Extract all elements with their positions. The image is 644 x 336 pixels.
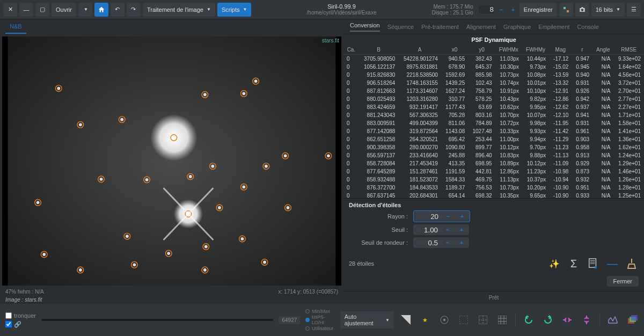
table-row[interactable]: 0867.637145202.684301654.14698.3210.35px… (343, 192, 644, 198)
tab-empilement[interactable]: Empilement (538, 24, 569, 30)
detect-stars-icon[interactable]: ✨ (547, 257, 561, 271)
open-dropdown[interactable]: ▼ (78, 3, 92, 17)
mode-minmax[interactable]: Min/Max (305, 309, 335, 314)
rayon-plus-icon[interactable]: + (458, 212, 466, 221)
rotate-left-icon[interactable] (522, 313, 535, 326)
tab-console[interactable]: Console (577, 24, 598, 30)
scripts-menu[interactable]: Scripts▼ (217, 3, 252, 17)
rond-plus-icon[interactable]: + (457, 238, 466, 247)
right-tabs: ConversionSéquencePré-traitementAligneme… (343, 19, 644, 34)
negate-icon[interactable] (399, 313, 412, 326)
svg-point-59 (167, 252, 170, 255)
tab-graphique[interactable]: Graphique (503, 24, 531, 30)
table-row[interactable]: 0858.728084217.453419413.35698.9510.89px… (343, 159, 644, 167)
svg-point-55 (218, 206, 221, 209)
layers-icon[interactable] (626, 313, 639, 326)
home-button[interactable] (94, 3, 108, 17)
image-viewer[interactable]: stars.fit (2, 36, 341, 286)
table-row[interactable]: 0856.597137233.416640245.88896.4010.83px… (343, 151, 644, 159)
link-checkbox[interactable]: 🔗 (5, 321, 36, 328)
redo-button[interactable]: ↷ (127, 3, 141, 17)
tronquer-checkbox[interactable]: tronquer (5, 312, 36, 319)
col-header[interactable]: Ca. (343, 45, 359, 55)
image-processing-menu[interactable]: Traitement de l'image▼ (143, 3, 215, 17)
save-button[interactable]: Enregistrer (519, 3, 557, 17)
rond-minus-icon[interactable]: − (443, 238, 452, 247)
tab-pré-traitement[interactable]: Pré-traitement (421, 24, 459, 30)
table-row[interactable]: 0883.424659932.1914171177.4363.6910.62px… (343, 103, 644, 111)
table-row[interactable]: 0880.0254931203.316280310.77578.2510.43p… (343, 95, 644, 103)
seuil-minus-icon[interactable]: − (443, 225, 452, 234)
spin-plus-icon[interactable]: + (509, 5, 517, 14)
col-header[interactable]: RMSE (613, 45, 644, 55)
remove-icon[interactable]: — (605, 257, 619, 271)
tab-séquence[interactable]: Séquence (387, 24, 414, 30)
spin-value[interactable] (479, 5, 494, 13)
grid1-icon[interactable] (457, 313, 470, 326)
tab-conversion[interactable]: Conversion (350, 22, 380, 32)
spin-minus-icon[interactable]: − (497, 5, 506, 14)
camera-icon[interactable] (575, 3, 589, 17)
maximize-icon[interactable]: ▢ (35, 3, 49, 17)
rayon-minus-icon[interactable]: − (444, 212, 452, 221)
table-row[interactable]: 0862.651258264.320521695.42253.4411.00px… (343, 135, 644, 143)
mode-mips[interactable]: MIPS-LO/HI (305, 315, 335, 325)
mode-user[interactable]: Utilisateur (305, 326, 335, 331)
col-header[interactable]: Mag (549, 45, 572, 55)
table-row[interactable]: 0883.009591499.004399811.06784.8910.72px… (343, 119, 644, 127)
svg-point-9 (57, 87, 60, 90)
table-row[interactable]: 0881.243043567.306325705.28803.1610.70px… (343, 111, 644, 119)
sum-icon[interactable]: Σ (567, 257, 581, 271)
rotate-right-icon[interactable] (541, 313, 554, 326)
tab-bw[interactable]: N&B (5, 20, 26, 34)
detect-title: Détection d'étoiles (349, 202, 639, 208)
header-spin[interactable]: − + (479, 5, 517, 14)
flip-h-icon[interactable] (561, 313, 574, 326)
clean-icon[interactable] (625, 257, 639, 271)
psf-table[interactable]: Ca.BAx0y0FWHMxFWHMyMagrAngleRMSE 03705.9… (343, 45, 644, 198)
table-row[interactable]: 0876.372700184.8435331189.37756.5310.73p… (343, 184, 644, 192)
table-row[interactable]: 0877.645289151.2874611191.59442.8112.86p… (343, 167, 644, 176)
close-psf-button[interactable]: Fermer (607, 276, 639, 287)
table-row[interactable]: 01056.1221378975.831881678.90645.3710.30… (343, 63, 644, 71)
rayon-input[interactable]: − + (413, 210, 470, 222)
rondeur-input[interactable]: − + (413, 237, 469, 248)
open-button[interactable]: Ouvrir (52, 3, 76, 17)
svg-point-17 (36, 201, 40, 204)
col-header[interactable]: r (572, 45, 592, 55)
seuil-input[interactable]: − + (413, 224, 469, 235)
hamburger-icon[interactable]: ☰ (627, 3, 641, 17)
table-row[interactable]: 0877.142088319.8725641143.081027.4810.33… (343, 127, 644, 135)
close-window-icon[interactable]: ✕ (3, 3, 17, 17)
overlay-star-icon[interactable]: ★ (419, 313, 431, 326)
export-icon[interactable] (586, 257, 600, 271)
col-header[interactable]: FWHMy (522, 45, 549, 55)
col-header[interactable]: B (359, 45, 399, 55)
table-row[interactable]: 0887.8126631173.3146071627.24758.7910.91… (343, 87, 644, 95)
bits-menu[interactable]: 16 bits▼ (591, 3, 625, 17)
col-header[interactable]: y0 (468, 45, 495, 55)
tab-alignement[interactable]: Alignement (466, 24, 496, 30)
grid3-icon[interactable] (496, 313, 509, 326)
table-row[interactable]: 0858.932488181.5230721584.33469.7511.13p… (343, 176, 644, 184)
table-row[interactable]: 03705.90805054228.901274940.55382.4311.0… (343, 55, 644, 63)
target-icon[interactable] (438, 313, 451, 326)
rondeur-label: Seuil de rondeur : (349, 239, 408, 246)
auto-adjust-menu[interactable]: Auto ajustement▼ (340, 311, 394, 328)
col-header[interactable]: x0 (441, 45, 468, 55)
minimize-icon[interactable]: — (19, 3, 33, 17)
svg-rect-65 (459, 316, 468, 324)
histogram-icon[interactable] (606, 313, 619, 326)
grid2-icon[interactable] (477, 313, 489, 326)
col-header[interactable]: A (398, 45, 441, 55)
col-header[interactable]: Angle (592, 45, 613, 55)
table-row[interactable]: 0915.8268302218.5385001592.69885.9810.73… (343, 71, 644, 79)
color-icon[interactable] (559, 3, 573, 17)
seuil-plus-icon[interactable]: + (457, 225, 466, 234)
flip-v-icon[interactable] (580, 313, 593, 326)
table-row[interactable]: 0900.398358280.0002701090.80899.7710.12p… (343, 143, 644, 151)
table-row[interactable]: 0906.5182641748.1631551439.25102.4310.74… (343, 79, 644, 87)
undo-button[interactable]: ↶ (111, 3, 125, 17)
histogram-slider[interactable] (41, 319, 274, 321)
col-header[interactable]: FWHMx (495, 45, 522, 55)
